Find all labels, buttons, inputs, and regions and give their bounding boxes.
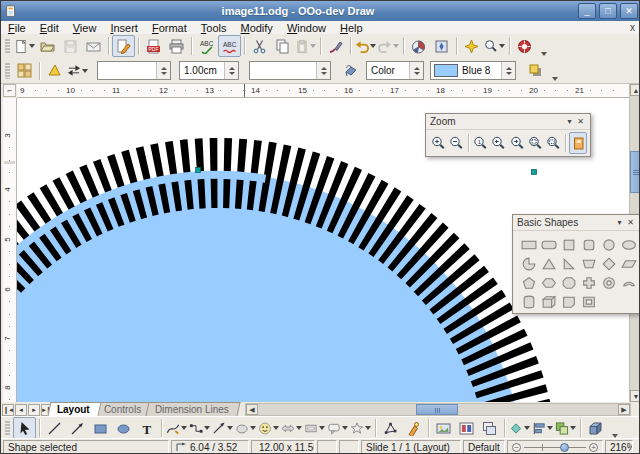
menu-modify[interactable]: Modify [233,21,279,34]
line-color-combo[interactable] [249,61,331,80]
zoom-button[interactable] [483,35,506,57]
panel-menu-icon[interactable]: ▾ [564,116,575,127]
zoom-out-button[interactable] [447,132,465,154]
navigator-button[interactable] [430,35,453,57]
dropdown-arrow-icon[interactable] [181,426,187,430]
toolbar-overflow-button[interactable] [538,36,548,56]
tab-dimension-lines[interactable]: Dimension Lines [146,402,241,416]
selection-handle[interactable] [196,168,201,173]
zoom-plus-icon[interactable]: + [589,443,598,452]
edit-file-button[interactable] [112,35,135,57]
menu-view[interactable]: View [66,21,104,34]
dropdown-arrow-icon[interactable] [570,426,576,430]
minimize-button[interactable]: _ [578,3,596,19]
callouts-button[interactable] [326,417,349,439]
scroll-up-button[interactable]: ▲ [630,84,640,96]
vertical-scroll-thumb[interactable] [630,151,640,193]
panel-close-icon[interactable]: ✕ [575,116,586,127]
horizontal-scroll-thumb[interactable] [416,404,458,415]
chart-button[interactable] [407,35,430,57]
display-grid-button[interactable] [460,35,483,57]
redo-button[interactable] [377,35,400,57]
undo-button[interactable] [354,35,377,57]
alignment-button[interactable] [531,417,554,439]
tab-controls[interactable]: Controls [94,402,152,416]
dropdown-arrow-icon[interactable] [524,426,530,430]
zoom-in-button[interactable] [429,132,447,154]
line-button[interactable] [43,417,66,439]
toolbar-overflow-button[interactable] [609,418,619,438]
shadow-button[interactable] [524,60,547,82]
help-button[interactable] [513,35,536,57]
line-arrow-end-button[interactable] [66,417,89,439]
dropdown-arrow-icon[interactable] [82,69,88,73]
scroll-down-button[interactable]: ▼ [630,390,640,402]
tab-nav-previous-button[interactable]: ◂ [15,404,27,416]
dropdown-arrow-icon[interactable] [227,426,233,430]
spellcheck-button[interactable]: ABC [195,35,218,57]
dropdown-arrow-icon[interactable] [319,426,325,430]
area-color-combo[interactable]: Blue 8 [430,61,516,80]
shape-frame-button[interactable] [577,291,600,313]
zoom-page-button[interactable] [526,132,544,154]
stars-button[interactable] [349,417,372,439]
horizontal-scrollbar[interactable]: ◀ ▶ [245,403,631,416]
dropdown-arrow-icon[interactable] [310,44,316,48]
styles-button[interactable] [13,60,36,82]
title-bar[interactable]: image11.odg - OOo-dev Draw _□✕ [1,1,640,21]
dropdown-arrow-icon[interactable] [273,426,279,430]
insert-picture-button[interactable] [432,417,455,439]
gallery-button[interactable] [455,417,478,439]
line-width-field[interactable]: 1.00cm [179,61,239,80]
format-paintbrush-button[interactable] [324,35,347,57]
close-button[interactable]: ✕ [620,3,638,19]
menu-tools[interactable]: Tools [194,21,234,34]
menu-edit[interactable]: Edit [33,21,66,34]
panel-close-icon[interactable]: ✕ [625,217,636,228]
dropdown-arrow-icon[interactable] [370,44,376,48]
line-style-combo[interactable] [97,61,171,80]
dropdown-arrow-icon[interactable] [499,44,505,48]
zoom-percent[interactable]: 216% [605,440,633,454]
menu-window[interactable]: Window [280,21,333,34]
dropdown-arrow-icon[interactable] [342,426,348,430]
dropdown-arrow-icon[interactable] [296,426,302,430]
zoom-previous-button[interactable] [490,132,508,154]
new-button[interactable] [13,35,36,57]
zoom-slider-knob[interactable] [560,443,569,452]
save-button[interactable] [59,35,82,57]
dropdown-arrow-icon[interactable] [29,44,35,48]
ruler-origin-button[interactable]: ⌐ [3,84,16,97]
area-color-spinner[interactable] [501,62,515,79]
zoom-100-button[interactable]: 1 [472,132,490,154]
copy-button[interactable] [271,35,294,57]
dropdown-arrow-icon[interactable] [250,426,256,430]
rotate-button[interactable] [508,417,531,439]
shape-block-arc-button[interactable] [617,272,640,294]
paste-button[interactable] [294,35,317,57]
toolbar-overflow-button[interactable] [549,61,559,81]
tab-layout[interactable]: Layout [48,402,102,416]
open-button[interactable] [36,35,59,57]
basic-shapes-panel[interactable]: Basic Shapes ▾ ✕ [512,214,640,314]
object-zoom-button[interactable] [569,132,587,154]
panel-menu-icon[interactable]: ▾ [614,217,625,228]
page-style[interactable]: Default [463,440,505,454]
close-document-button[interactable]: x [630,22,635,33]
menu-help[interactable]: Help [333,21,370,34]
block-arrows-button[interactable] [280,417,303,439]
tab-nav-first-button[interactable]: ❙◂ [2,404,14,416]
scroll-right-button[interactable]: ▶ [618,404,630,415]
text-button[interactable]: T [135,417,158,439]
toolbar-grip[interactable] [5,62,10,80]
selection-handle[interactable] [532,170,537,175]
symbol-shapes-button[interactable] [257,417,280,439]
rectangle-button[interactable] [89,417,112,439]
line-width-spinner[interactable] [224,62,238,79]
zoom-panel[interactable]: Zoom ▾ ✕ 1 [425,113,591,157]
vertical-ruler[interactable]: 345678 [3,98,17,402]
print-button[interactable] [165,35,188,57]
glue-points-button[interactable] [402,417,425,439]
area-button[interactable] [339,60,362,82]
shapes-panel-titlebar[interactable]: Basic Shapes ▾ ✕ [513,215,640,231]
